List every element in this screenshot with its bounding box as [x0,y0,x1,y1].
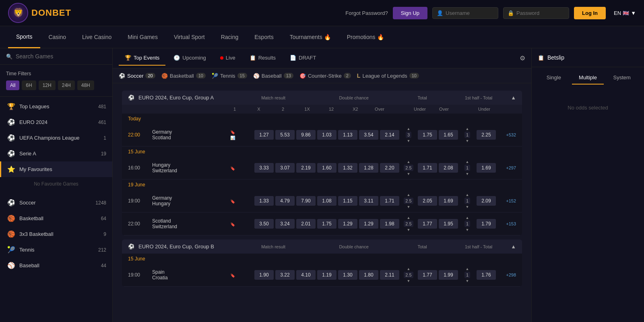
nav-item-tournaments[interactable]: Tournaments 🔥 [282,27,339,47]
odds-x2[interactable]: 1.28 [359,163,378,173]
sport-filter-soccer[interactable]: ⚽ Soccer 20 [119,73,155,79]
odds-2[interactable]: 2.19 [296,163,316,173]
odds-over2[interactable]: 1.99 [439,270,458,280]
odds-2[interactable]: 9.86 [296,130,316,140]
odds-1x[interactable]: 1.60 [317,163,336,173]
odds-x[interactable]: 4.79 [275,196,295,206]
nav-item-live-casino[interactable]: Live Casino [74,27,120,47]
betslip-tab-multiple[interactable]: Multiple [572,71,604,85]
arrow-up2[interactable]: ▲ [466,193,469,197]
odds-12[interactable]: 1.29 [338,219,357,229]
odds-x[interactable]: 5.53 [275,130,295,140]
odds-under[interactable]: 1.77 [418,270,437,280]
odds-1[interactable]: 1.90 [254,270,274,280]
odds-under2[interactable]: 1.79 [477,219,496,229]
odds-12[interactable]: 1.13 [338,130,357,140]
arrow-down[interactable]: ▼ [407,279,411,283]
sport-filter-basketball[interactable]: 🏀 Basketball 10 [161,73,206,79]
arrow-down[interactable]: ▼ [407,205,411,209]
nav-item-virtual-sport[interactable]: Virtual Sport [166,27,213,47]
settings-icon[interactable]: ⚙ [520,54,525,62]
bookmark-icon[interactable]: 🔖 [230,273,235,278]
odds-under[interactable]: 1.71 [418,163,437,173]
bookmark-icon[interactable]: 🔖 [230,166,235,171]
more-link[interactable]: +152 [497,198,516,203]
sport-filter-lol[interactable]: L League of Legends 10 [357,72,419,79]
odds-over[interactable]: 1.71 [380,196,399,206]
odds-x2[interactable]: 3.11 [359,196,378,206]
username-field[interactable]: 👤 [432,7,498,19]
tab-live[interactable]: Live [214,51,242,66]
odds-2[interactable]: 7.90 [296,196,316,206]
collapse-icon-b[interactable]: ▲ [511,244,516,250]
arrow-up[interactable]: ▲ [407,216,411,220]
odds-over2[interactable]: 1.65 [439,130,458,140]
arrow-up2[interactable]: ▲ [466,127,469,131]
login-button[interactable]: Log In [574,7,606,19]
odds-2[interactable]: 4.10 [296,270,316,280]
odds-x[interactable]: 3.24 [275,219,295,229]
bookmark-icon[interactable]: 🔖 [230,222,235,227]
sidebar-item-tennis[interactable]: 🎾 Tennis 212 [0,242,112,258]
bookmark-icon[interactable]: 🔖 [230,199,235,204]
odds-1x[interactable]: 1.75 [317,219,336,229]
arrow-up2[interactable]: ▲ [466,216,469,220]
odds-x2[interactable]: 1.80 [359,270,378,280]
nav-item-sports[interactable]: Sports [8,26,40,48]
tab-draft[interactable]: 📄 DRAFT [284,51,322,66]
odds-over2[interactable]: 2.08 [439,163,458,173]
time-btn-24h[interactable]: 24H [58,80,75,90]
time-btn-48h[interactable]: 48H [77,80,94,90]
username-input[interactable] [446,10,494,16]
sidebar-item-euro2024[interactable]: ⚽ EURO 2024 461 [0,114,112,130]
odds-over[interactable]: 2.14 [380,130,399,140]
search-box[interactable]: 🔍 [0,48,112,65]
arrow-up[interactable]: ▲ [407,160,411,164]
arrow-down2[interactable]: ▼ [466,279,469,283]
odds-x[interactable]: 3.07 [275,163,295,173]
odds-over[interactable]: 2.20 [380,163,399,173]
nav-item-esports[interactable]: Esports [246,27,281,47]
odds-x[interactable]: 3.22 [275,270,295,280]
sidebar-item-ucl[interactable]: ⚽ UEFA Champions League 1 [0,130,112,146]
odds-1[interactable]: 3.33 [254,163,274,173]
odds-1x[interactable]: 1.03 [317,130,336,140]
time-btn-12h[interactable]: 12H [39,80,56,90]
stats-icon[interactable]: 📊 [230,136,241,140]
arrow-down2[interactable]: ▼ [466,139,469,143]
language-selector[interactable]: EN 🇬🇧 ▼ [614,10,636,16]
arrow-down[interactable]: ▼ [407,228,411,232]
bookmark-icon[interactable]: 🔖 [230,130,241,134]
odds-under2[interactable]: 1.76 [477,270,496,280]
arrow-down2[interactable]: ▼ [466,172,469,176]
sport-filter-cs[interactable]: 🎯 Counter-Strike 2 [299,73,351,79]
tab-upcoming[interactable]: 🕐 Upcoming [167,51,212,66]
sport-filter-tennis[interactable]: 🎾 Tennis 15 [212,73,247,79]
forgot-password-link[interactable]: Forgot Password? [345,10,388,16]
betslip-tab-single[interactable]: Single [538,71,570,85]
odds-under[interactable]: 1.75 [418,130,437,140]
arrow-up[interactable]: ▲ [407,127,411,131]
arrow-up[interactable]: ▲ [407,193,411,197]
sidebar-item-basketball[interactable]: 🏀 Basketball 64 [0,211,112,226]
time-btn-all[interactable]: All [6,80,19,90]
arrow-up2[interactable]: ▲ [466,267,469,271]
odds-under[interactable]: 1.77 [418,219,437,229]
odds-x2[interactable]: 3.54 [359,130,378,140]
time-btn-6h[interactable]: 6H [22,80,36,90]
sidebar-item-serie-a[interactable]: ⚽ Serie A 19 [0,146,112,161]
odds-over[interactable]: 2.11 [380,270,399,280]
arrow-down2[interactable]: ▼ [466,205,469,209]
arrow-down[interactable]: ▼ [407,139,411,143]
arrow-up2[interactable]: ▲ [466,160,469,164]
odds-1x[interactable]: 1.19 [317,270,336,280]
sport-filter-baseball[interactable]: ⚾ Baseball 13 [253,73,293,79]
odds-1[interactable]: 3.50 [254,219,274,229]
tab-results[interactable]: 📋 Results [244,51,282,66]
nav-item-promotions[interactable]: Promotions 🔥 [339,27,392,47]
arrow-up[interactable]: ▲ [407,267,411,271]
odds-12[interactable]: 1.15 [338,196,357,206]
odds-1x[interactable]: 1.08 [317,196,336,206]
arrow-down[interactable]: ▼ [407,172,411,176]
nav-item-mini-games[interactable]: Mini Games [120,27,166,47]
